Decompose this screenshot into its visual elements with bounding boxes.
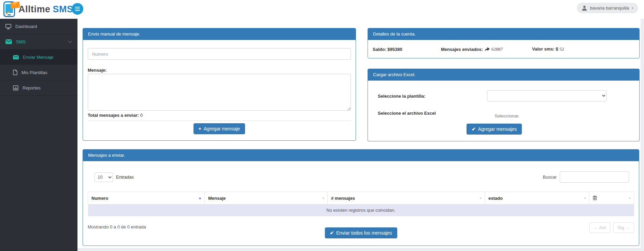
sort-both-icon[interactable]: ▲▼ bbox=[480, 198, 482, 198]
agregar-mensaje-button[interactable]: + Agregar mensaje bbox=[194, 123, 245, 134]
account-details-panel: Detalles de la cuenta. Saldo: $95380 Men… bbox=[368, 28, 640, 58]
sidebar-toggle-button[interactable] bbox=[72, 3, 83, 15]
plus-icon: + bbox=[199, 126, 201, 131]
sidebar-item-reportes[interactable]: Reportes bbox=[0, 80, 77, 96]
sidebar-item-label: SMS bbox=[16, 39, 26, 44]
numero-input[interactable] bbox=[88, 48, 351, 60]
entries-control: 10 Entradas bbox=[88, 172, 134, 182]
app-title-accent: SMS bbox=[53, 4, 73, 14]
check-icon: ✔ bbox=[472, 126, 476, 132]
share-forward-icon bbox=[485, 47, 490, 51]
panel-title: Mensajes a enviar. bbox=[83, 150, 639, 161]
panel-title: Detalles de la cuenta. bbox=[368, 28, 639, 40]
search-label: Buscar bbox=[543, 175, 557, 180]
manual-send-panel: Envio manual de mensaje. Mensaje: Total … bbox=[83, 28, 356, 141]
check-icon: ✔ bbox=[330, 230, 334, 236]
sidebar-item-dashboard[interactable]: Dashboard bbox=[0, 19, 77, 34]
archivo-excel-label: Seleccione el archivo Excel bbox=[378, 111, 436, 116]
saldo-label: Saldo: bbox=[373, 47, 386, 52]
saldo-value: $95380 bbox=[387, 47, 402, 52]
bar-chart-icon bbox=[13, 85, 18, 90]
empty-state-row: No existen registros que coincidan. bbox=[88, 205, 634, 216]
total-messages-label: Total mensajes a enviar: bbox=[88, 113, 139, 118]
sidebar-item-label: Dashboard bbox=[15, 24, 37, 29]
column-header-estado[interactable]: estado ▲▼ bbox=[485, 192, 589, 205]
caret-down-icon: ▾ bbox=[632, 6, 633, 10]
column-header-delete[interactable]: ▲▼ bbox=[589, 192, 634, 205]
plantilla-select[interactable] bbox=[487, 90, 607, 101]
user-icon bbox=[582, 5, 587, 11]
valor-stat: Valor sms: $ 52 bbox=[532, 46, 564, 52]
messages-queue-panel: Mensajes a enviar. 10 Entradas Buscar bbox=[83, 149, 639, 246]
enviados-stat: Mensajes enviados: 62887 bbox=[441, 46, 532, 52]
column-header-mensaje[interactable]: Mensaje ▲▼ bbox=[205, 192, 328, 205]
sort-both-icon[interactable]: ▲▼ bbox=[629, 198, 631, 198]
sidebar-item-label: Enviar Mensaje bbox=[23, 55, 54, 60]
panel-title: Envio manual de mensaje. bbox=[83, 28, 356, 40]
mensaje-label: Mensaje: bbox=[88, 68, 351, 73]
empty-state-text: No existen registros que coincidan. bbox=[88, 205, 634, 216]
entries-label: Entradas bbox=[116, 175, 134, 180]
app-logo: AlltimeSMS bbox=[3, 1, 73, 17]
column-header-numero[interactable]: Numero ▲ bbox=[88, 192, 205, 205]
user-name: bavaria barranquilla bbox=[590, 5, 629, 11]
sidebar-item-enviar-mensaje[interactable]: Enviar Mensaje bbox=[0, 50, 77, 65]
enviados-value: 62887 bbox=[491, 46, 503, 52]
valor-label: Valor sms: $ bbox=[532, 46, 558, 52]
phone-logo-icon bbox=[3, 1, 15, 17]
user-menu[interactable]: bavaria barranquilla ▾ bbox=[577, 3, 638, 13]
sort-both-icon[interactable]: ▲▼ bbox=[322, 198, 325, 198]
agregar-mensajes-label: Agregar mensajes bbox=[478, 126, 517, 132]
divider bbox=[88, 121, 351, 121]
excel-upload-panel: Cargar archivo Excel. Seleccione la plan… bbox=[368, 69, 640, 141]
pagination: ← Ant Sig → bbox=[588, 222, 634, 233]
app-title: AlltimeSMS bbox=[18, 4, 73, 15]
file-icon bbox=[13, 70, 17, 75]
envelope-icon bbox=[13, 55, 19, 59]
sidebar-item-mis-plantillas[interactable]: Mis Plantillas bbox=[0, 65, 77, 80]
entries-select[interactable]: 10 bbox=[95, 172, 113, 182]
plantilla-label: Seleccione la plantilla: bbox=[378, 94, 425, 99]
table-header-row: Numero ▲ Mensaje ▲▼ # mensajes ▲▼ esta bbox=[88, 192, 634, 205]
desktop-icon bbox=[5, 24, 11, 29]
pagination-info: Mostrando 0 a 0 de 0 entrada bbox=[88, 224, 146, 229]
column-header-num-mensajes[interactable]: # mensajes ▲▼ bbox=[328, 192, 485, 205]
search-input[interactable] bbox=[560, 171, 629, 183]
sidebar-item-label: Reportes bbox=[23, 85, 41, 90]
sort-both-icon[interactable]: ▲▼ bbox=[584, 198, 586, 198]
mensaje-textarea[interactable] bbox=[88, 74, 351, 111]
main-content: Envio manual de mensaje. Mensaje: Total … bbox=[77, 19, 641, 248]
agregar-mensajes-button[interactable]: ✔ Agregar mensajes bbox=[467, 124, 522, 135]
envelope-icon bbox=[5, 39, 12, 44]
total-messages-line: Total mensajes a enviar: 0 bbox=[88, 113, 351, 118]
trash-icon bbox=[593, 195, 597, 200]
sidebar-item-sms[interactable]: SMS bbox=[0, 34, 77, 50]
sidebar-item-label: Mis Plantillas bbox=[22, 70, 47, 75]
enviar-todos-label: Enviar todos los mensajes bbox=[336, 230, 392, 236]
enviados-label: Mensajes enviados: bbox=[441, 47, 483, 52]
agregar-mensaje-label: Agregar mensaje bbox=[204, 126, 240, 131]
valor-value: 52 bbox=[559, 46, 564, 52]
envelope-logo-icon bbox=[10, 1, 20, 9]
app-title-primary: Alltime bbox=[18, 4, 51, 14]
prev-page-button[interactable]: ← Ant bbox=[589, 222, 610, 233]
next-page-button[interactable]: Sig → bbox=[613, 222, 634, 233]
total-messages-value: 0 bbox=[140, 113, 143, 118]
file-select-link[interactable]: Seleccionar. bbox=[495, 113, 520, 118]
saldo-stat: Saldo: $95380 bbox=[373, 47, 441, 52]
enviar-todos-button[interactable]: ✔ Enviar todos los mensajes bbox=[325, 227, 397, 238]
chevron-down-icon bbox=[68, 39, 72, 43]
panel-title: Cargar archivo Excel. bbox=[368, 69, 639, 81]
messages-table: Numero ▲ Mensaje ▲▼ # mensajes ▲▼ esta bbox=[88, 192, 634, 216]
top-header: AlltimeSMS bavaria barranquilla ▾ bbox=[0, 0, 644, 19]
search-control: Buscar bbox=[543, 171, 629, 183]
sidebar-nav: Dashboard SMS Enviar Mensaje Mis Plantil… bbox=[0, 19, 77, 251]
